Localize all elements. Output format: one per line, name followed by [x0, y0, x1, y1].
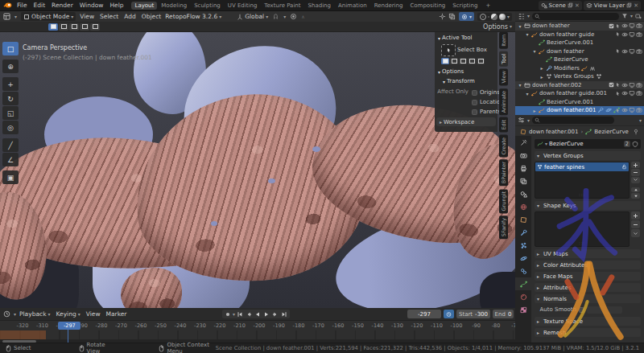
- properties-tab-object[interactable]: [515, 213, 531, 226]
- caret-down-button[interactable]: [631, 177, 640, 183]
- expand-down-icon[interactable]: ▾: [518, 82, 522, 88]
- properties-tab-texture[interactable]: [515, 303, 531, 316]
- sidebar-tab-sfanify[interactable]: SFanify: [499, 215, 508, 239]
- properties-tab-modifiers[interactable]: [515, 226, 531, 239]
- workspace-tab-modeling[interactable]: Modeling: [158, 2, 190, 10]
- face-maps-panel-header[interactable]: ▸Face Maps: [535, 272, 641, 281]
- workspace-tab-sculpting[interactable]: Sculpting: [191, 2, 224, 10]
- properties-tab-data[interactable]: [515, 277, 531, 290]
- play-rev-button[interactable]: [254, 310, 262, 318]
- outliner-row-BezierCurve-001[interactable]: BezierCurve.001: [515, 39, 644, 47]
- uv-maps-panel-header[interactable]: ▸UV Maps: [535, 249, 641, 258]
- viewport-menu-add[interactable]: Add: [124, 13, 136, 20]
- sidebar-tab-animate[interactable]: Animate: [499, 88, 508, 115]
- minus-button[interactable]: [631, 220, 640, 228]
- select-mode-intersect[interactable]: [90, 23, 100, 31]
- hide-viewport-toggle-icon[interactable]: [621, 82, 628, 88]
- properties-tab-particles[interactable]: [515, 239, 531, 252]
- frame-end-field[interactable]: End0: [493, 310, 514, 318]
- breadcrumb-data[interactable]: BezierCurve: [594, 129, 629, 135]
- select-mode-invert[interactable]: [468, 58, 476, 64]
- workspace-tab-compositing[interactable]: Compositing: [407, 2, 448, 10]
- blender-logo-icon[interactable]: [3, 2, 12, 9]
- sidebar-tab-tool[interactable]: Tool: [499, 51, 508, 67]
- orientation-dropdown[interactable]: Global▾: [237, 13, 268, 20]
- tool-options-dropdown[interactable]: Options ▾: [483, 23, 512, 31]
- select-mode-extend[interactable]: [59, 23, 68, 31]
- record-caret-icon[interactable]: ▾: [233, 312, 235, 317]
- annotate-tool-button[interactable]: ╱: [2, 138, 19, 152]
- outliner-row-down-feather-001[interactable]: ▸down feather.001: [515, 106, 644, 115]
- prev-key-button[interactable]: [245, 310, 253, 318]
- plus-button[interactable]: [631, 211, 640, 220]
- color-attributes-panel-header[interactable]: ▸Color Attributes: [535, 261, 641, 269]
- curve-object-icon[interactable]: [581, 65, 588, 72]
- expand-down-icon[interactable]: ▾: [532, 48, 537, 54]
- select-mode-invert[interactable]: [80, 23, 89, 31]
- properties-tab-physics[interactable]: [515, 252, 531, 265]
- datablock-name-field[interactable]: ▾ BezierCurve 2: [535, 139, 641, 149]
- retopoflow-menu[interactable]: RetopoFlow 3.2.6▾: [165, 13, 221, 20]
- jump-start-button[interactable]: [236, 310, 244, 318]
- outliner-row-down-feather[interactable]: ▾down feather: [515, 22, 644, 31]
- viewport-menu-object[interactable]: Object: [142, 13, 161, 20]
- menu-help[interactable]: Help: [106, 2, 126, 9]
- expand-down-icon[interactable]: ▾: [525, 91, 530, 96]
- new-layer-icon[interactable]: [626, 2, 632, 8]
- measure-tool-button[interactable]: ∠: [2, 153, 19, 166]
- select-mode-subtract[interactable]: [459, 58, 467, 64]
- properties-caret-icon[interactable]: ▾: [527, 118, 530, 123]
- disable-viewport-toggle-icon[interactable]: [629, 90, 635, 96]
- sidebar-tab-view[interactable]: View: [499, 68, 508, 85]
- lock-icon[interactable]: [621, 164, 627, 170]
- outliner-row-down-feather-002[interactable]: ▾down feather.002: [515, 81, 644, 90]
- rendered-shading-icon[interactable]: [499, 14, 506, 20]
- selectable-toggle-icon[interactable]: [615, 23, 621, 29]
- play-button[interactable]: [262, 310, 270, 318]
- properties-tab-tool[interactable]: [515, 136, 531, 149]
- next-key-button[interactable]: [271, 310, 279, 318]
- outliner-row-down-feather-guide-001[interactable]: ▾down feather guide.001: [515, 89, 644, 98]
- timeline-editor-icon[interactable]: [3, 310, 10, 318]
- show-gizmo-icon[interactable]: [439, 13, 446, 20]
- selectable-toggle-icon[interactable]: [615, 91, 621, 96]
- hide-viewport-toggle-icon[interactable]: [621, 23, 628, 29]
- list-resize-grip[interactable]: :::: [535, 192, 629, 197]
- properties-tab-viewlayer[interactable]: [515, 174, 531, 187]
- disable-viewport-toggle-icon[interactable]: [629, 107, 635, 113]
- expand-down-icon[interactable]: ▾: [525, 31, 530, 37]
- hide-viewport-toggle-icon[interactable]: [621, 107, 628, 113]
- expand-down-icon[interactable]: ▾: [518, 23, 522, 29]
- outliner-row-Vertex-Groups[interactable]: ▸Vertex Groups: [515, 72, 644, 81]
- outliner-row-BezierCurve-001[interactable]: BezierCurve.001: [515, 98, 644, 107]
- scene-selector[interactable]: Scene ✕: [539, 1, 582, 10]
- workspace-tab-layout[interactable]: Layout: [131, 2, 157, 10]
- snap-caret-icon[interactable]: ▾: [283, 14, 286, 19]
- exclude-checkbox-icon[interactable]: [609, 82, 614, 88]
- frame-start-field[interactable]: Start-300: [456, 310, 490, 318]
- overlays-dropdown[interactable]: ▾: [459, 12, 474, 21]
- timeline-ruler[interactable]: -297 -320-310-300-290-280-270-260-250-24…: [0, 321, 515, 330]
- vertex-groups-panel-header[interactable]: ▾Vertex Groups: [535, 151, 641, 160]
- move-tool-button[interactable]: +: [2, 77, 19, 91]
- viewport-menu-select[interactable]: Select: [100, 13, 118, 20]
- vertex-groups-item[interactable]: feather spines: [535, 162, 629, 171]
- disable-render-toggle-icon[interactable]: [636, 31, 642, 38]
- hide-viewport-toggle-icon[interactable]: [621, 90, 628, 96]
- attributes-panel-header[interactable]: ▸Attributes: [535, 283, 641, 292]
- properties-tab-material[interactable]: [515, 290, 531, 303]
- workspace-tab-rendering[interactable]: Rendering: [371, 2, 407, 10]
- menu-render[interactable]: Render: [48, 2, 76, 9]
- select-box-tool-button[interactable]: □: [2, 42, 19, 55]
- outliner-row-Modifiers[interactable]: ▸Modifiers: [515, 64, 644, 73]
- options-panel-header[interactable]: ▾Options: [438, 68, 464, 75]
- vgroup-icon[interactable]: [596, 73, 602, 80]
- xray-icon[interactable]: [448, 13, 456, 20]
- menu-window[interactable]: Window: [76, 2, 107, 9]
- select-mode-extend[interactable]: [450, 58, 458, 64]
- expand-right-icon[interactable]: ▸: [532, 108, 537, 113]
- viewport-3d[interactable]: Camera Perspective (-297) Scene Collecti…: [0, 32, 515, 308]
- rotate-tool-button[interactable]: ↻: [2, 92, 19, 105]
- timeline-menu-keying[interactable]: Keying▾: [56, 310, 80, 318]
- sidebar-tab-create[interactable]: Create: [499, 135, 508, 158]
